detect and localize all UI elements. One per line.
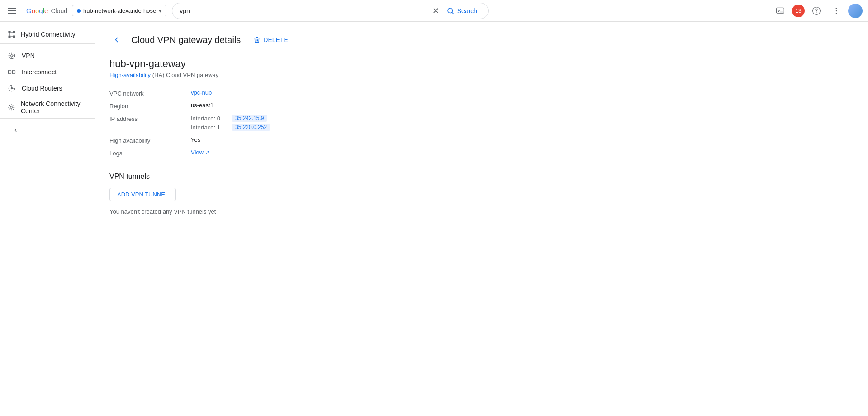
- sidebar-item-ncc[interactable]: Network Connectivity Center: [0, 96, 91, 118]
- clear-icon[interactable]: ✕: [432, 7, 439, 15]
- sidebar-item-cloud-routers[interactable]: Cloud Routers: [0, 80, 91, 96]
- high-availability-value: Yes: [191, 136, 200, 143]
- google-logo: Google: [26, 7, 48, 14]
- sidebar-item-cloud-routers-label: Cloud Routers: [22, 85, 62, 92]
- vpc-network-value: vpc-hub: [191, 89, 212, 96]
- google-cloud-logo[interactable]: Google Cloud: [26, 7, 67, 14]
- topbar-right: 13: [772, 3, 863, 19]
- vpc-network-label: VPC network: [109, 89, 191, 97]
- region-row: Region us-east1: [109, 100, 854, 113]
- back-button[interactable]: [109, 33, 124, 47]
- svg-rect-9: [9, 31, 11, 33]
- svg-point-8: [836, 13, 837, 14]
- svg-rect-2: [777, 8, 784, 13]
- project-selector[interactable]: hub-network-alexanderhose ▾: [72, 5, 166, 16]
- svg-rect-10: [13, 31, 15, 33]
- main-content: Cloud VPN gateway details DELETE hub-vpn…: [95, 22, 868, 416]
- ip-address-row: IP address Interface: 0 35.242.15.9 Inte…: [109, 113, 854, 134]
- more-options-button[interactable]: [828, 3, 844, 19]
- svg-point-7: [836, 10, 837, 11]
- ip-interface-1-label: Interface: 1: [191, 124, 227, 131]
- hamburger-button[interactable]: [5, 3, 22, 19]
- ha-link[interactable]: High-availability: [109, 72, 151, 78]
- gateway-name: hub-vpn-gateway: [109, 58, 854, 70]
- avatar[interactable]: [848, 4, 863, 18]
- more-vert-icon: [832, 6, 841, 15]
- search-icon: [446, 7, 455, 15]
- page-title: Cloud VPN gateway details: [131, 35, 241, 45]
- add-vpn-tunnel-button[interactable]: ADD VPN TUNNEL: [109, 188, 176, 201]
- svg-rect-19: [9, 70, 11, 74]
- hybrid-connectivity-icon: [7, 30, 16, 39]
- ncc-icon: [7, 103, 15, 112]
- svg-point-5: [816, 12, 817, 13]
- ip-interface-1-value: 35.220.0.252: [232, 124, 270, 131]
- vpc-hub-link[interactable]: vpc-hub: [191, 89, 212, 96]
- sidebar-item-ncc-label: Network Connectivity Center: [21, 100, 84, 115]
- svg-rect-20: [13, 70, 15, 74]
- vpc-network-row: VPC network vpc-hub: [109, 87, 854, 100]
- delete-label: DELETE: [263, 36, 288, 43]
- cloud-routers-icon: [7, 84, 16, 93]
- notifications-badge[interactable]: 13: [792, 5, 805, 17]
- sidebar-header-label: Hybrid Connectivity: [21, 31, 76, 38]
- page-header: Cloud VPN gateway details DELETE: [109, 33, 854, 47]
- external-link-icon: ↗: [205, 149, 210, 156]
- svg-point-0: [448, 8, 453, 13]
- sidebar: Hybrid Connectivity VPN Interconnect: [0, 22, 95, 416]
- gateway-subtitle: High-availability (HA) Cloud VPN gateway: [109, 72, 854, 78]
- ip-interface-1-row: Interface: 1 35.220.0.252: [191, 124, 270, 131]
- collapse-icon: ‹: [14, 126, 17, 134]
- help-icon: [812, 6, 821, 15]
- high-availability-label: High availability: [109, 136, 191, 144]
- search-bar: ✕ Search: [172, 3, 489, 19]
- ip-address-label: IP address: [109, 115, 191, 122]
- high-availability-row: High availability Yes: [109, 134, 854, 147]
- sidebar-item-interconnect[interactable]: Interconnect: [0, 64, 91, 80]
- project-name: hub-network-alexanderhose: [83, 7, 156, 14]
- project-dot: [77, 9, 81, 13]
- vpn-tunnels-empty-message: You haven't created any VPN tunnels yet: [109, 208, 854, 215]
- svg-rect-11: [9, 36, 11, 38]
- region-value: us-east1: [191, 102, 213, 109]
- vpn-tunnels-section: VPN tunnels ADD VPN TUNNEL You haven't c…: [109, 172, 854, 215]
- svg-point-6: [836, 7, 837, 9]
- svg-point-22: [11, 87, 13, 90]
- help-button[interactable]: [808, 3, 825, 19]
- ip-address-values: Interface: 0 35.242.15.9 Interface: 1 35…: [191, 115, 270, 133]
- region-label: Region: [109, 102, 191, 110]
- delete-button[interactable]: DELETE: [248, 33, 293, 46]
- ip-interface-0-label: Interface: 0: [191, 115, 227, 122]
- cloud-label: Cloud: [51, 7, 67, 14]
- ip-interface-0-value: 35.242.15.9: [232, 115, 267, 122]
- vpn-tunnels-title: VPN tunnels: [109, 172, 854, 181]
- chevron-down-icon: ▾: [159, 8, 161, 14]
- sidebar-item-vpn-label: VPN: [22, 52, 35, 59]
- sidebar-item-vpn[interactable]: VPN: [0, 48, 91, 64]
- delete-icon: [253, 36, 261, 43]
- layout: Hybrid Connectivity VPN Interconnect: [0, 22, 868, 416]
- search-input[interactable]: [180, 7, 429, 14]
- logs-label: Logs: [109, 149, 191, 157]
- sidebar-item-interconnect-label: Interconnect: [22, 68, 57, 76]
- interconnect-icon: [7, 67, 16, 77]
- topbar: Google Cloud hub-network-alexanderhose ▾…: [0, 0, 868, 22]
- svg-rect-12: [13, 36, 15, 38]
- topbar-left: Google Cloud hub-network-alexanderhose ▾: [5, 3, 166, 19]
- sidebar-collapse-button[interactable]: ‹: [7, 122, 87, 138]
- detail-table: VPC network vpc-hub Region us-east1 IP a…: [109, 87, 854, 160]
- search-button[interactable]: Search: [443, 5, 481, 17]
- sidebar-header: Hybrid Connectivity: [0, 25, 95, 44]
- logs-row: Logs View ↗: [109, 147, 854, 160]
- vpn-icon: [7, 51, 16, 60]
- cloud-shell-button[interactable]: [772, 3, 788, 19]
- view-logs-link[interactable]: View: [191, 149, 204, 156]
- gateway-subtitle-text: (HA) Cloud VPN gateway: [152, 72, 219, 78]
- hamburger-icon: [8, 5, 19, 16]
- search-button-label: Search: [457, 7, 477, 14]
- svg-point-23: [10, 106, 13, 109]
- logs-value: View ↗: [191, 149, 210, 156]
- gateway-details: hub-vpn-gateway High-availability (HA) C…: [109, 58, 854, 215]
- add-vpn-tunnel-label: ADD VPN TUNNEL: [117, 191, 168, 198]
- svg-line-1: [452, 12, 454, 14]
